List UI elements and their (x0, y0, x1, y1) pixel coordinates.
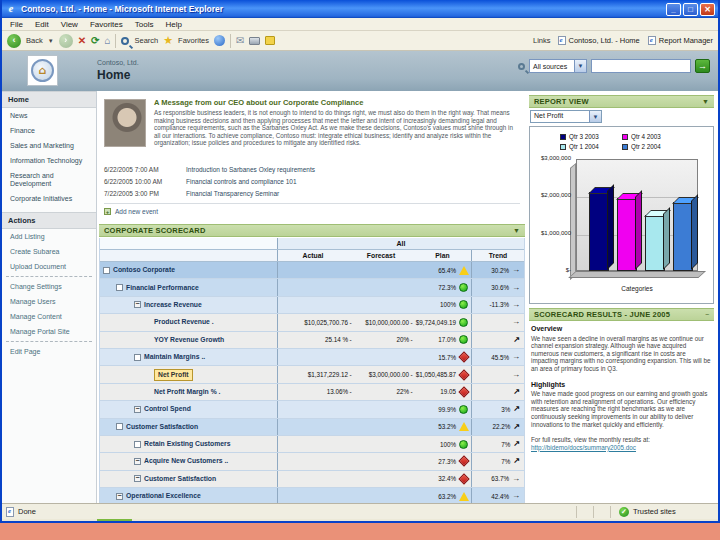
search-scope-select[interactable]: All sources ▼ (529, 59, 587, 73)
row-label[interactable]: Net Profit (154, 369, 193, 381)
link-label: Contoso, Ltd. - Home (569, 36, 640, 45)
sidebar-item-research-and-development[interactable]: Research and Development (2, 168, 96, 191)
row-name-cell: −Control Spend (100, 401, 278, 417)
results-link[interactable]: http://bidemo/docs/summary2005.doc (531, 444, 711, 452)
stop-icon[interactable]: ✕ (78, 36, 86, 46)
row-checkbox[interactable] (103, 267, 110, 274)
add-event-label[interactable]: Add new event (115, 208, 158, 215)
row-collapse-icon[interactable]: − (134, 301, 141, 308)
menu-favorites[interactable]: Favorites (90, 20, 123, 29)
report-selector-dropdown-icon[interactable]: ▼ (589, 111, 601, 122)
action-edit-page[interactable]: Edit Page (2, 344, 96, 359)
overview-heading: Overview (531, 325, 711, 333)
row-label[interactable]: Acquire New Customers .. (144, 457, 228, 465)
back-dropdown-icon[interactable]: ▼ (48, 38, 54, 44)
event-title[interactable]: Introduction to Sarbanes Oxley requireme… (186, 166, 315, 173)
status-indicator-cell (456, 353, 471, 361)
forward-icon[interactable]: › (59, 34, 73, 48)
action-manage-users[interactable]: Manage Users (2, 294, 96, 309)
trend-value: 22.2% (492, 423, 510, 430)
row-checkbox[interactable] (134, 441, 141, 448)
toolbar-separator (230, 34, 231, 48)
sidebar-item-news[interactable]: News (2, 108, 96, 123)
menu-file[interactable]: File (10, 20, 23, 29)
row-label[interactable]: Maintain Margins .. (144, 353, 205, 361)
action-upload-document[interactable]: Upload Document (2, 259, 96, 274)
toolbar-link[interactable]: Contoso, Ltd. - Home (558, 36, 640, 45)
menu-view[interactable]: View (61, 20, 78, 29)
red-status-icon (458, 456, 469, 467)
trend-arrow-icon: → (512, 266, 520, 274)
row-label[interactable]: Customer Satisfaction (126, 423, 198, 431)
action-create-subarea[interactable]: Create Subarea (2, 244, 96, 259)
back-button[interactable]: Back (26, 36, 43, 45)
search-scope-dropdown-icon[interactable]: ▼ (574, 60, 586, 72)
menu-edit[interactable]: Edit (35, 20, 49, 29)
title-bar[interactable]: e Contoso, Ltd. - Home - Microsoft Inter… (2, 0, 718, 18)
row-label[interactable]: Product Revenue . (154, 318, 214, 326)
row-label[interactable]: Retain Existing Customers (144, 440, 231, 448)
media-icon[interactable] (214, 35, 225, 46)
sidebar-item-corporate-initiatives[interactable]: Corporate Initiatives (2, 191, 96, 206)
results-collapse-icon[interactable]: − (705, 311, 709, 318)
row-collapse-icon[interactable]: − (134, 475, 141, 482)
col-actual: Actual (278, 250, 348, 261)
messenger-icon[interactable] (265, 36, 275, 45)
report-selector[interactable]: Net Profit ▼ (530, 110, 602, 123)
row-label[interactable]: Customer Satisfaction (144, 475, 216, 483)
scorecard-menu-icon[interactable]: ▼ (513, 227, 520, 234)
row-label[interactable]: Control Spend (144, 405, 191, 413)
action-manage-portal-site[interactable]: Manage Portal Site (2, 324, 96, 339)
back-icon[interactable]: ‹ (7, 34, 21, 48)
row-collapse-icon[interactable]: − (116, 493, 123, 500)
mail-icon[interactable]: ✉ (236, 36, 244, 46)
search-button[interactable]: Search (134, 36, 158, 45)
menu-tools[interactable]: Tools (135, 20, 154, 29)
row-label[interactable]: Net Profit Margin % . (154, 388, 220, 396)
report-view-menu-icon[interactable]: ▼ (702, 98, 709, 105)
event-title[interactable]: Financial controls and compliance 101 (186, 178, 297, 185)
row-checkbox[interactable] (116, 423, 123, 430)
site-banner: ⌂ Contoso, Ltd. Home All sources ▼ → (2, 51, 718, 91)
row-values: 13.06%-22%-19.05 (278, 388, 471, 396)
row-collapse-icon[interactable]: − (134, 406, 141, 413)
status-bar: Done ✓ Trusted sites (2, 503, 718, 519)
sidebar-item-information-technology[interactable]: Information Technology (2, 153, 96, 168)
minimize-button[interactable]: _ (666, 3, 681, 16)
sidebar-header-home[interactable]: Home (2, 91, 96, 108)
col-trend: Trend (471, 250, 524, 261)
home-icon[interactable]: ⌂ (104, 36, 110, 46)
row-collapse-icon[interactable]: − (134, 458, 141, 465)
print-icon[interactable] (249, 37, 260, 45)
row-label[interactable]: Financial Performance (126, 284, 199, 292)
sidebar-item-finance[interactable]: Finance (2, 123, 96, 138)
maximize-button[interactable]: □ (683, 3, 698, 16)
row-label[interactable]: Contoso Corporate (113, 266, 175, 274)
menu-help[interactable]: Help (165, 20, 181, 29)
action-manage-content[interactable]: Manage Content (2, 309, 96, 324)
search-scope-value: All sources (530, 63, 574, 70)
row-label[interactable]: Operational Excellence (126, 492, 201, 500)
favorites-icon[interactable]: ★ (163, 34, 173, 47)
sidebar-item-sales-and-marketing[interactable]: Sales and Marketing (2, 138, 96, 153)
sidebar-divider (6, 276, 92, 277)
action-change-settings[interactable]: Change Settings (2, 279, 96, 294)
refresh-icon[interactable]: ⟳ (91, 36, 99, 46)
toolbar-link[interactable]: Report Manager (648, 36, 713, 45)
site-home-icon-box[interactable]: ⌂ (27, 55, 58, 86)
search-icon[interactable] (121, 37, 129, 45)
row-checkbox[interactable] (134, 354, 141, 361)
row-label[interactable]: YOY Revenue Growth (154, 336, 224, 344)
row-name-cell: YOY Revenue Growth (100, 332, 278, 348)
row-checkbox[interactable] (116, 284, 123, 291)
scorecard-name-header (100, 238, 278, 249)
event-title[interactable]: Financial Transparency Seminar (186, 190, 279, 197)
report-view-header: REPORT VIEW ▼ (529, 95, 714, 108)
close-button[interactable]: ✕ (700, 3, 715, 16)
favorites-button[interactable]: Favorites (178, 36, 209, 45)
search-input[interactable] (591, 59, 691, 73)
row-label[interactable]: Increase Revenue (144, 301, 202, 309)
add-event[interactable]: + Add new event (104, 203, 520, 215)
action-add-listing[interactable]: Add Listing (2, 229, 96, 244)
search-go-button[interactable]: → (695, 59, 710, 73)
